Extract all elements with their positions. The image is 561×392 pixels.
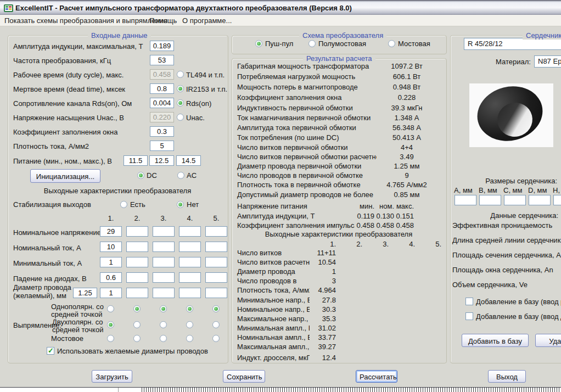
diode-drop-input-5[interactable] [205, 272, 227, 283]
diode-drop-input-1[interactable] [100, 272, 122, 283]
input-panel-caption: Входные данные [88, 31, 151, 40]
nominal-voltage-input-1[interactable] [100, 226, 122, 237]
wire-diameter-label-1: Диаметр провода [13, 283, 71, 292]
dead-time-label: Мертвое время (dead time), мксек [13, 85, 125, 93]
core-type-select[interactable]: R 45/28/12 [464, 38, 561, 50]
size-b-input[interactable] [479, 195, 501, 205]
supply-value-row: Коэффициент заполнения импульса 0.458 0.… [233, 221, 445, 230]
min-current-input-5[interactable] [205, 257, 227, 267]
min-current-input-3[interactable] [153, 257, 175, 267]
load-button[interactable]: Загрузить [92, 370, 132, 383]
rect-unipolar-radio-2[interactable] [133, 305, 141, 312]
size-h-input[interactable] [553, 195, 561, 205]
size-d-input[interactable] [529, 195, 551, 205]
rect-unipolar-radio-5[interactable] [212, 305, 220, 312]
rect-bridge-radio-5[interactable] [212, 335, 220, 342]
cross-section-label: Площадь сечения сердечника, Ае [452, 251, 561, 259]
rect-bridge-radio-2[interactable] [133, 335, 141, 342]
init-button[interactable]: Инициализация... [30, 169, 100, 183]
ac-radio[interactable] [177, 172, 184, 179]
oc-row: Диаметр провода1 [233, 267, 445, 276]
oc-row: Максимальная ампл., В39.27 [233, 342, 445, 351]
title-bar: ExcellentIT - Расчет импульсного трансфо… [0, 0, 561, 15]
nominal-voltage-input-4[interactable] [179, 226, 201, 237]
unipolar-label-1: Однополярн. со [51, 303, 104, 311]
rect-unipolar-radio-1[interactable] [107, 305, 114, 312]
rect-bipolar-radio-3[interactable] [160, 321, 167, 328]
rds-on-input[interactable] [150, 98, 174, 108]
induction-input[interactable] [150, 41, 174, 51]
nominal-current-input-4[interactable] [179, 242, 201, 252]
wire-diameter-input-1[interactable] [100, 288, 122, 298]
result-row: Коэффициент заполнения окна0.228 [233, 93, 445, 102]
stab-yes-radio[interactable] [120, 201, 127, 208]
size-c-input[interactable] [504, 195, 526, 205]
usat-radio[interactable] [177, 114, 184, 121]
half-bridge-radio[interactable] [308, 40, 316, 47]
dc-radio[interactable] [137, 172, 144, 179]
rds-on-radio[interactable] [177, 99, 184, 107]
dead-time-input[interactable] [150, 83, 174, 94]
add-data-checkbox[interactable] [465, 312, 473, 320]
ir2153-radio[interactable] [177, 85, 184, 92]
current-density-input[interactable] [150, 141, 174, 151]
nominal-voltage-input-3[interactable] [153, 226, 175, 237]
stabilization-label: Стабилизация выходов [13, 200, 91, 209]
rect-unipolar-radio-3[interactable] [160, 305, 167, 312]
push-pull-radio[interactable] [255, 40, 262, 47]
calculate-button[interactable]: Рассчитать [356, 370, 397, 383]
wire-diameter-input-2[interactable] [126, 288, 148, 298]
size-a-input[interactable] [455, 195, 476, 205]
delete-button[interactable]: Удалить [535, 334, 561, 347]
diode-drop-input-3[interactable] [153, 272, 175, 283]
rect-unipolar-radio-4[interactable] [186, 305, 193, 312]
use-diameters-checkbox[interactable] [47, 347, 54, 355]
save-button[interactable]: Сохранить [223, 370, 265, 383]
diode-drop-label: Падение на диодах, В [13, 275, 87, 283]
supply-max-input[interactable] [176, 155, 201, 166]
result-row: Число витков первичной обмотки расчетное… [233, 152, 445, 161]
frequency-input[interactable] [150, 55, 174, 65]
nominal-voltage-input-5[interactable] [205, 226, 227, 237]
min-current-input-1[interactable] [100, 257, 122, 267]
exit-button[interactable]: Выход [488, 370, 526, 383]
rect-bridge-radio-4[interactable] [186, 335, 193, 342]
duty-cycle-input [150, 69, 174, 80]
menu-show-schemes[interactable]: Показать схемы преобразования и выпрямле… [4, 16, 167, 25]
rect-bipolar-radio-4[interactable] [186, 321, 193, 328]
core-image [469, 83, 553, 147]
wire-diameter-primary-input[interactable] [73, 288, 97, 298]
result-row: Ток намагничивания первичной обмотки1.34… [233, 113, 445, 122]
scheme-panel-caption: Схема преобразователя [299, 31, 386, 40]
supply-min-input[interactable] [124, 155, 148, 166]
window-fill-input[interactable] [150, 126, 174, 137]
nominal-voltage-input-2[interactable] [126, 226, 148, 237]
nominal-current-input-1[interactable] [100, 242, 122, 252]
nominal-current-input-5[interactable] [205, 242, 227, 252]
nominal-current-input-2[interactable] [126, 242, 148, 252]
rect-bipolar-radio-5[interactable] [212, 321, 220, 328]
min-current-input-4[interactable] [179, 257, 201, 267]
menu-help[interactable]: Помощь [149, 16, 177, 25]
rect-bridge-radio-3[interactable] [160, 335, 167, 342]
rect-bipolar-radio-1[interactable] [107, 321, 114, 328]
wire-diameter-input-5[interactable] [205, 288, 227, 298]
col-header-3: 3. [153, 214, 175, 222]
result-row: Диаметр провода первичной обмотки1.25 мм [233, 161, 445, 171]
rect-bridge-radio-1[interactable] [107, 335, 114, 342]
menu-about[interactable]: О программе... [182, 16, 232, 25]
bridge-scheme-radio[interactable] [388, 40, 395, 47]
diode-drop-input-4[interactable] [179, 272, 201, 283]
wire-diameter-input-3[interactable] [153, 288, 175, 298]
diode-drop-input-2[interactable] [126, 272, 148, 283]
wire-diameter-input-4[interactable] [179, 288, 201, 298]
add-to-base-button[interactable]: Добавить в базу [462, 334, 529, 347]
add-sizes-checkbox[interactable] [465, 298, 473, 305]
stab-no-radio[interactable] [177, 201, 184, 208]
rect-bipolar-radio-2[interactable] [133, 321, 141, 328]
supply-nom-input[interactable] [149, 155, 174, 166]
min-current-input-2[interactable] [126, 257, 148, 267]
nominal-current-input-3[interactable] [153, 242, 175, 252]
material-select[interactable]: N87 Epcos [534, 55, 561, 68]
tl494-radio[interactable] [177, 71, 184, 78]
